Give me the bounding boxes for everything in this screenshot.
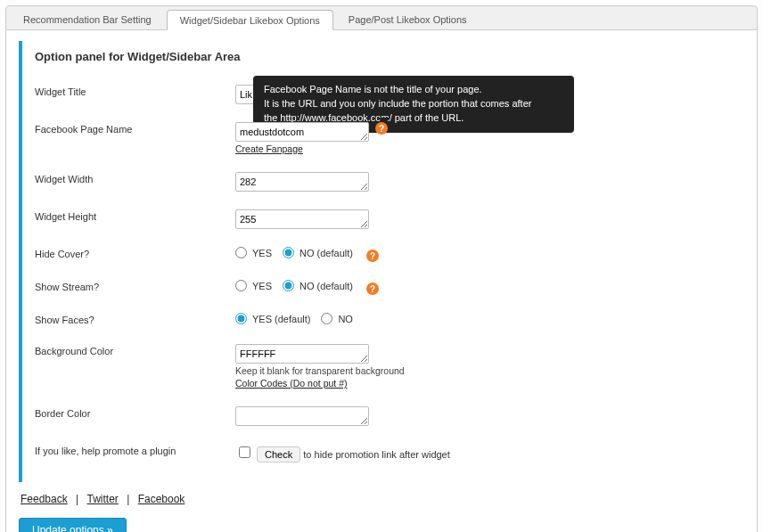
radio-hidecover-yes[interactable]	[235, 247, 247, 258]
help-icon[interactable]: ?	[366, 282, 379, 295]
tooltip-line1: Facebook Page Name is not the title of y…	[264, 84, 482, 94]
radio-hidecover-no[interactable]	[283, 247, 294, 258]
label-widget-height: Widget Height	[35, 209, 235, 222]
checkbox-promote[interactable]	[239, 446, 250, 458]
label-promote: If you like, help promote a plugin	[35, 444, 235, 456]
label-fb-page-name: Facebook Page Name	[35, 122, 235, 135]
input-border-color[interactable]	[235, 406, 369, 426]
tab-row: Recommendation Bar Setting Widget/Sideba…	[5, 5, 758, 30]
link-twitter[interactable]: Twitter	[87, 493, 119, 505]
label-show-stream: Show Stream?	[35, 280, 235, 292]
label-widget-title: Widget Title	[35, 85, 235, 97]
update-button[interactable]: Update options »	[19, 518, 127, 532]
radio-showstream-no[interactable]	[283, 280, 294, 291]
radio-label-no: NO	[338, 314, 353, 324]
radio-label-no-default: NO (default)	[299, 281, 353, 291]
tab-widget-sidebar[interactable]: Widget/Sidebar Likebox Options	[167, 10, 333, 30]
link-create-fanpage[interactable]: Create Fanpage	[235, 143, 303, 154]
label-hide-cover: Hide Cover?	[35, 247, 235, 259]
panel-title: Option panel for Widget/Sidebar Area	[35, 50, 744, 63]
label-border-color: Border Color	[35, 406, 235, 419]
link-feedback[interactable]: Feedback	[21, 493, 68, 505]
radio-label-yes: YES	[252, 281, 272, 291]
input-fb-page-name[interactable]	[235, 122, 369, 142]
help-icon[interactable]: ?	[375, 122, 388, 135]
radio-label-yes: YES	[252, 248, 272, 258]
promote-text: to hide promotion link after widget	[303, 449, 449, 460]
radio-showfaces-yes[interactable]	[235, 313, 247, 324]
separator: |	[127, 493, 129, 505]
radio-label-no-default: NO (default)	[299, 248, 353, 258]
tab-recommendation[interactable]: Recommendation Bar Setting	[10, 9, 165, 29]
inner-panel: Option panel for Widget/Sidebar Area Wid…	[19, 41, 744, 482]
radio-showfaces-no[interactable]	[321, 313, 332, 324]
help-icon[interactable]: ?	[366, 250, 379, 262]
footer-links: Feedback | Twitter | Facebook	[19, 493, 744, 505]
check-button[interactable]: Check	[257, 446, 300, 462]
radio-showstream-yes[interactable]	[235, 280, 247, 291]
label-bg-color: Background Color	[35, 344, 235, 356]
input-widget-height[interactable]	[235, 209, 369, 229]
input-bg-color[interactable]	[235, 344, 369, 364]
radio-label-yes-default: YES (default)	[252, 314, 310, 324]
hint-bg: Keep it blank for transparent background	[235, 365, 744, 376]
link-color-codes[interactable]: Color Codes (Do not put #)	[235, 378, 347, 389]
options-panel: Option panel for Widget/Sidebar Area Wid…	[5, 30, 758, 532]
tab-page-post[interactable]: Page/Post Likebox Options	[335, 9, 480, 29]
separator: |	[76, 493, 78, 505]
link-facebook[interactable]: Facebook	[138, 493, 185, 505]
tooltip-line2: It is the URL and you only include the p…	[264, 98, 531, 109]
label-widget-width: Widget Width	[35, 172, 235, 184]
input-widget-width[interactable]	[235, 172, 369, 192]
label-show-faces: Show Faces?	[35, 313, 235, 325]
